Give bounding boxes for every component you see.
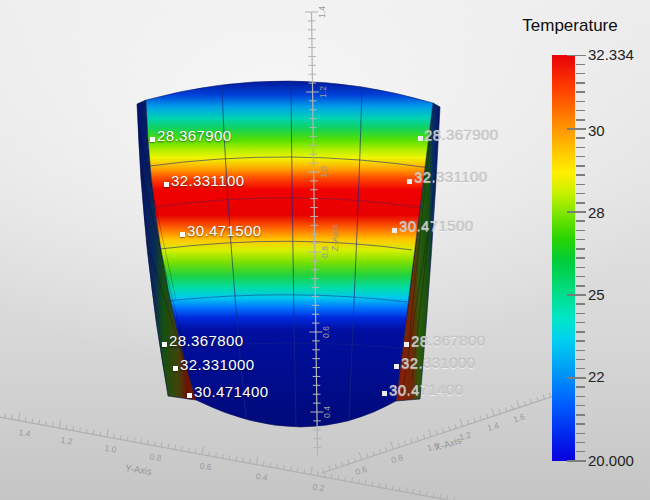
y-major-tick bbox=[59, 420, 60, 428]
probe-marker-lower_left-0 bbox=[162, 342, 167, 347]
x-minor-tick bbox=[549, 393, 550, 397]
probe-marker-lower_left-2 bbox=[187, 393, 192, 398]
y-minor-tick bbox=[32, 419, 33, 423]
probe-marker-upper_right-0 bbox=[418, 136, 423, 141]
colorbar-minor-tick bbox=[576, 313, 585, 315]
colorbar-minor-tick bbox=[576, 73, 585, 75]
colorbar-minor-tick bbox=[576, 267, 585, 269]
y-major-tick bbox=[107, 429, 108, 437]
x-minor-tick bbox=[323, 468, 324, 472]
x-minor-tick bbox=[436, 430, 437, 434]
x-axis-title: X-Axis bbox=[433, 434, 463, 453]
y-axis-tick-label: 1.0 bbox=[104, 443, 118, 455]
probe-marker-upper_right-2 bbox=[392, 228, 397, 233]
x-minor-tick bbox=[354, 458, 355, 462]
x-major-tick bbox=[391, 442, 394, 450]
y-minor-tick bbox=[399, 487, 400, 491]
y-axis-tick-label: 1.2 bbox=[60, 435, 74, 447]
probe-label-upper_left-1: 32.331100 bbox=[171, 172, 244, 190]
x-major-tick bbox=[429, 429, 432, 437]
y-minor-tick bbox=[114, 434, 115, 438]
z-axis-tick-label: 0.6 bbox=[321, 326, 331, 338]
y-minor-tick bbox=[195, 449, 196, 453]
colorbar-minor-tick bbox=[576, 230, 585, 232]
x-major-tick bbox=[517, 400, 520, 408]
y-minor-tick bbox=[358, 479, 359, 483]
colorbar-minor-tick bbox=[576, 193, 585, 195]
x-minor-tick bbox=[423, 435, 424, 439]
y-minor-tick bbox=[392, 485, 393, 489]
colorbar-minor-tick bbox=[576, 276, 585, 278]
colorbar-major-tick bbox=[567, 55, 586, 57]
x-minor-tick bbox=[417, 437, 418, 441]
y-minor-tick bbox=[379, 483, 380, 487]
probe-label-lower_left-1: 32.331000 bbox=[180, 356, 255, 374]
x-axis-tick-label: 1.4 bbox=[486, 420, 500, 433]
y-minor-tick bbox=[263, 461, 264, 465]
colorbar-minor-tick bbox=[576, 386, 585, 388]
x-major-tick bbox=[492, 408, 495, 416]
y-minor-tick bbox=[386, 484, 387, 488]
y-minor-tick bbox=[168, 444, 169, 448]
y-minor-tick bbox=[406, 488, 407, 492]
y-minor-tick bbox=[352, 478, 353, 482]
y-minor-tick bbox=[209, 451, 210, 455]
colorbar-minor-tick bbox=[576, 165, 585, 167]
y-minor-tick bbox=[80, 428, 81, 432]
y-major-tick bbox=[256, 457, 257, 465]
x-minor-tick bbox=[348, 460, 349, 464]
x-axis-tick-label: 1.6 bbox=[512, 411, 526, 424]
y-minor-tick bbox=[100, 431, 101, 435]
x-minor-tick bbox=[442, 428, 443, 432]
x-minor-tick bbox=[474, 418, 475, 422]
y-major-tick bbox=[311, 467, 312, 475]
colorbar-minor-tick bbox=[576, 91, 585, 93]
colorbar-tick-label: 25 bbox=[588, 286, 605, 303]
x-minor-tick bbox=[524, 401, 525, 405]
y-minor-tick bbox=[66, 425, 67, 429]
colorbar-minor-tick bbox=[576, 322, 585, 324]
colorbar-tick-label: 28 bbox=[588, 204, 605, 221]
y-major-tick bbox=[18, 413, 19, 421]
y-minor-tick bbox=[216, 453, 217, 457]
y-minor-tick bbox=[46, 421, 47, 425]
colorbar-gradient bbox=[552, 55, 575, 461]
y-axis-tick-label: 0.8 bbox=[149, 451, 163, 463]
colorbar-minor-tick bbox=[576, 82, 585, 84]
z-axis-tick-label: 1.2 bbox=[318, 86, 328, 98]
y-minor-tick bbox=[161, 443, 162, 447]
colorbar-minor-tick bbox=[576, 331, 585, 333]
x-major-tick bbox=[359, 452, 362, 460]
y-axis-title: Y-Axis bbox=[125, 462, 153, 477]
y-minor-tick bbox=[413, 489, 414, 493]
y-minor-tick bbox=[277, 464, 278, 468]
render-view[interactable]: 1.41.21.00.80.60.40.2Y-Axis 0.60.81.01.2… bbox=[0, 0, 650, 500]
colorbar-minor-tick bbox=[576, 248, 585, 250]
colorbar-major-tick bbox=[567, 211, 586, 213]
probe-marker-upper_right-1 bbox=[407, 179, 412, 184]
y-minor-tick bbox=[345, 477, 346, 481]
y-minor-tick bbox=[331, 474, 332, 478]
y-minor-tick bbox=[447, 495, 448, 499]
y-minor-tick bbox=[12, 415, 13, 419]
y-minor-tick bbox=[297, 468, 298, 472]
y-minor-tick bbox=[304, 469, 305, 473]
y-minor-tick bbox=[86, 429, 87, 433]
probe-label-upper_left-0: 28.367900 bbox=[157, 127, 232, 145]
probe-label-lower_right-1: 32.331000 bbox=[401, 354, 476, 372]
probe-marker-upper_left-2 bbox=[180, 232, 185, 237]
colorbar-minor-tick bbox=[576, 340, 585, 342]
z-axis-tick-label: 1.4 bbox=[317, 6, 327, 18]
z-axis-title: Z-Axis bbox=[329, 224, 340, 251]
z-axis-tick-label: 1.0 bbox=[319, 166, 329, 178]
colorbar-minor-tick bbox=[576, 285, 585, 287]
y-minor-tick bbox=[420, 490, 421, 494]
colorbar-minor-tick bbox=[576, 174, 585, 176]
y-minor-tick bbox=[270, 463, 271, 467]
y-minor-tick bbox=[182, 446, 183, 450]
colorbar-minor-tick bbox=[576, 110, 585, 112]
x-axis-tick-label: 0.6 bbox=[354, 464, 368, 477]
x-minor-tick bbox=[499, 409, 500, 413]
x-minor-tick bbox=[530, 399, 531, 403]
x-minor-tick bbox=[329, 466, 330, 470]
